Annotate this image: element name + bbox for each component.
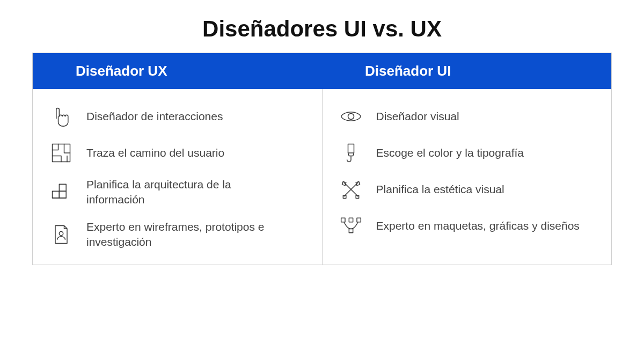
profile-doc-icon [49, 222, 74, 247]
svg-point-5 [348, 114, 354, 120]
list-item-label: Diseñador de interacciones [86, 109, 223, 124]
list-item-label: Diseñador visual [376, 109, 459, 124]
list-item: Experto en wireframes, prototipos e inve… [49, 219, 306, 250]
table-body-row: Diseñador de interacciones Traza el cami… [33, 89, 611, 265]
list-item: Diseñador de interacciones [49, 104, 306, 129]
table-header-row: Diseñador UX Diseñador UI [33, 53, 611, 89]
blocks-icon [49, 180, 74, 204]
svg-rect-11 [349, 229, 353, 233]
column-header-ui: Diseñador UI [322, 53, 611, 89]
brush-icon [339, 141, 363, 165]
list-item: Planifica la arquitectura de la informac… [49, 177, 306, 208]
svg-rect-3 [59, 192, 66, 199]
list-item-label: Planifica la estética visual [376, 182, 504, 197]
vector-icon [339, 214, 363, 238]
maze-icon [49, 141, 74, 165]
svg-rect-1 [59, 185, 66, 192]
list-item: Diseñador visual [339, 104, 596, 129]
svg-rect-9 [357, 218, 361, 222]
list-item: Planifica la estética visual [339, 177, 596, 202]
column-body-ux: Diseñador de interacciones Traza el cami… [33, 89, 323, 265]
comparison-table: Diseñador UX Diseñador UI Diseñador de i… [32, 53, 612, 265]
svg-rect-2 [53, 192, 60, 199]
page-title: Diseñadores UI vs. UX [202, 16, 442, 42]
list-item: Escoge el color y la tipografía [339, 141, 596, 165]
column-body-ui: Diseñador visual Escoge el color y la ti… [323, 89, 612, 265]
list-item-label: Escoge el color y la tipografía [376, 145, 524, 160]
pointer-icon [49, 104, 74, 129]
list-item-label: Experto en maquetas, gráficas y diseños [376, 218, 580, 233]
tools-icon [339, 177, 363, 202]
list-item: Traza el camino del usuario [49, 141, 306, 165]
eye-icon [339, 104, 363, 129]
column-header-ux: Diseñador UX [33, 53, 322, 89]
svg-rect-8 [341, 218, 345, 222]
svg-rect-10 [349, 218, 353, 222]
list-item-label: Planifica la arquitectura de la informac… [86, 177, 290, 208]
list-item-label: Experto en wireframes, prototipos e inve… [86, 219, 290, 250]
list-item: Experto en maquetas, gráficas y diseños [339, 214, 596, 238]
svg-point-4 [59, 232, 63, 236]
list-item-label: Traza el camino del usuario [86, 145, 224, 160]
